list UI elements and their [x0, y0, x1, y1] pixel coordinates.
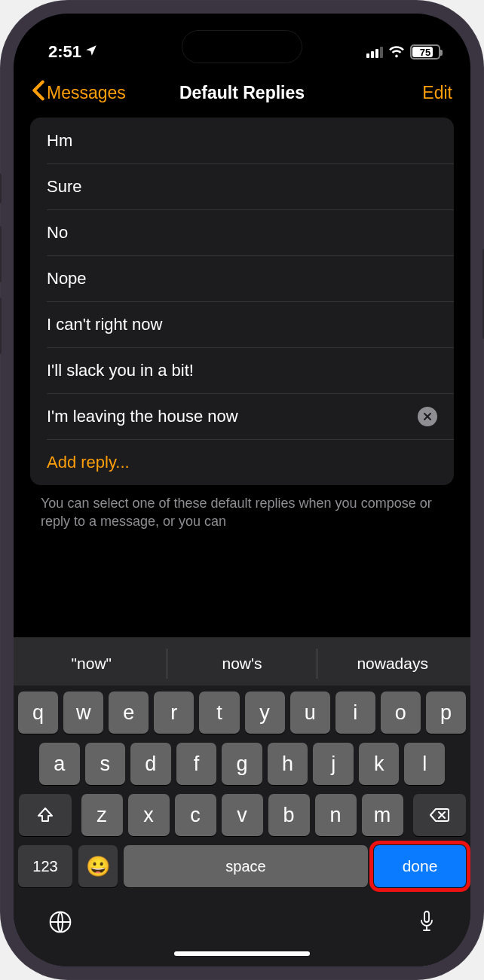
globe-icon — [48, 910, 72, 934]
reply-text: Hm — [47, 131, 72, 151]
keyboard: q w e r t y u i o p a s d f g h — [14, 685, 470, 966]
key-k[interactable]: k — [359, 743, 400, 785]
keyboard-bottom-row — [18, 896, 466, 945]
screen: 2:51 75 — [14, 14, 470, 966]
prediction-1[interactable]: "now" — [17, 649, 167, 679]
prediction-2[interactable]: now's — [167, 649, 317, 679]
keyboard-area: "now" now's nowadays q w e r t y u i o p — [14, 637, 470, 966]
key-x[interactable]: x — [128, 794, 170, 836]
reply-text: Nope — [47, 269, 87, 289]
key-u[interactable]: u — [290, 691, 330, 734]
keyboard-predictions: "now" now's nowadays — [14, 642, 470, 685]
key-j[interactable]: j — [313, 743, 354, 785]
reply-text: No — [47, 223, 68, 243]
phone-frame: 2:51 75 — [0, 0, 484, 980]
key-z[interactable]: z — [81, 794, 123, 836]
key-o[interactable]: o — [381, 691, 421, 734]
key-q[interactable]: q — [18, 691, 58, 734]
key-g[interactable]: g — [222, 743, 262, 785]
reply-text: Sure — [47, 177, 81, 197]
x-icon — [423, 412, 432, 421]
replies-hint-text: You can select one of these default repl… — [14, 485, 470, 531]
key-t[interactable]: t — [199, 691, 239, 734]
key-b[interactable]: b — [268, 794, 310, 836]
keyboard-row-1: q w e r t y u i o p — [18, 691, 466, 734]
key-c[interactable]: c — [175, 794, 216, 836]
key-i[interactable]: i — [335, 691, 375, 734]
nav-bar: Messages Default Replies Edit — [14, 74, 470, 118]
key-p[interactable]: p — [426, 691, 466, 734]
status-right: 75 — [366, 44, 440, 60]
replies-list: Hm Sure No Nope I can't right now I'll s… — [30, 118, 454, 485]
volume-up-button — [0, 226, 2, 282]
battery-percent: 75 — [420, 47, 430, 58]
svg-rect-1 — [424, 911, 429, 922]
reply-edit-input[interactable] — [47, 407, 410, 426]
done-key[interactable]: done — [374, 845, 466, 887]
keyboard-row-4: 123 😀 space done — [18, 845, 466, 887]
side-button — [0, 173, 2, 203]
chevron-left-icon — [32, 80, 45, 106]
key-n[interactable]: n — [315, 794, 357, 836]
backspace-key[interactable] — [413, 794, 466, 836]
prediction-3[interactable]: nowadays — [317, 649, 467, 679]
key-s[interactable]: s — [85, 743, 126, 785]
shift-key[interactable] — [19, 794, 72, 836]
reply-row[interactable]: I can't right now — [30, 301, 454, 347]
space-key[interactable]: space — [124, 845, 368, 887]
reply-text: I'll slack you in a bit! — [47, 361, 194, 380]
keyboard-row-2: a s d f g h j k l — [18, 743, 466, 785]
edit-button[interactable]: Edit — [422, 83, 452, 103]
battery-indicator: 75 — [410, 44, 440, 60]
globe-key[interactable] — [48, 910, 72, 939]
key-f[interactable]: f — [176, 743, 217, 785]
reply-text: I can't right now — [47, 315, 162, 334]
back-label: Messages — [47, 83, 126, 103]
key-r[interactable]: r — [154, 691, 194, 734]
key-h[interactable]: h — [268, 743, 308, 785]
reply-row-editing[interactable] — [30, 393, 454, 439]
add-reply-label: Add reply... — [47, 453, 130, 472]
status-left: 2:51 — [48, 42, 98, 62]
shift-icon — [36, 806, 54, 824]
dictation-key[interactable] — [418, 910, 436, 939]
key-w[interactable]: w — [63, 691, 103, 734]
dynamic-island — [182, 30, 302, 63]
key-a[interactable]: a — [39, 743, 80, 785]
status-time: 2:51 — [48, 42, 81, 62]
numeric-key[interactable]: 123 — [18, 845, 72, 887]
reply-row[interactable]: Sure — [30, 163, 454, 209]
volume-down-button — [0, 298, 2, 354]
reply-row[interactable]: I'll slack you in a bit! — [30, 347, 454, 393]
backspace-icon — [429, 807, 450, 823]
add-reply-button[interactable]: Add reply... — [30, 439, 454, 485]
clear-text-button[interactable] — [418, 407, 437, 426]
content-area: Hm Sure No Nope I can't right now I'll s… — [14, 118, 470, 637]
wifi-icon — [388, 45, 405, 59]
back-button[interactable]: Messages — [32, 80, 126, 106]
emoji-icon: 😀 — [86, 855, 110, 878]
home-indicator[interactable] — [174, 951, 310, 956]
done-label: done — [403, 857, 438, 875]
cellular-signal-icon — [366, 46, 383, 58]
key-e[interactable]: e — [109, 691, 149, 734]
location-arrow-icon — [84, 42, 98, 62]
key-l[interactable]: l — [404, 743, 445, 785]
reply-row[interactable]: Hm — [30, 118, 454, 163]
emoji-key[interactable]: 😀 — [78, 845, 118, 887]
microphone-icon — [418, 910, 436, 934]
key-m[interactable]: m — [362, 794, 403, 836]
reply-row[interactable]: Nope — [30, 255, 454, 301]
key-v[interactable]: v — [222, 794, 263, 836]
key-y[interactable]: y — [245, 691, 285, 734]
key-d[interactable]: d — [130, 743, 171, 785]
keyboard-row-3: z x c v b n m — [18, 794, 466, 836]
reply-row[interactable]: No — [30, 209, 454, 255]
